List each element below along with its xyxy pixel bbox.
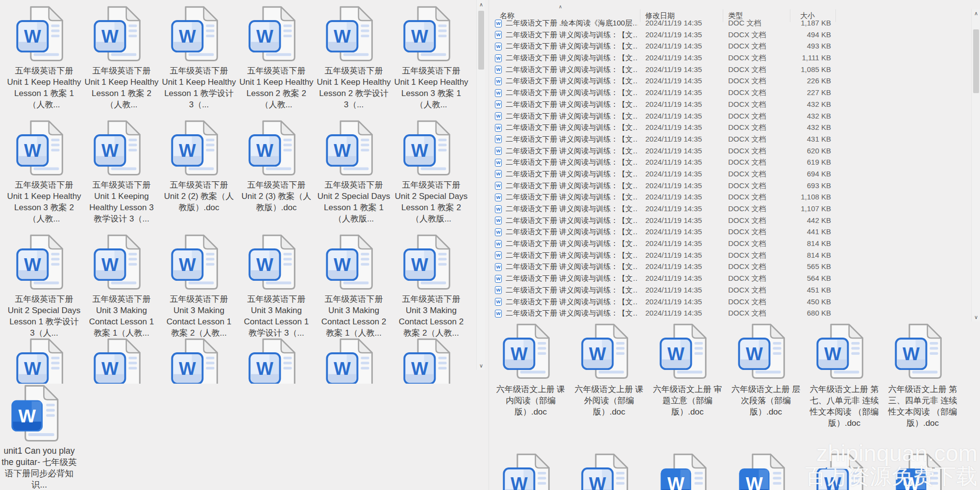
- table-row[interactable]: W 二年级语文下册 讲义阅读与训练：【文… 2024/11/19 14:35 D…: [490, 146, 970, 157]
- file-item[interactable]: W: [5, 338, 83, 384]
- file-item[interactable]: W 五年级英语下册 Unit 1 Keep Healthy Lesson 1 教…: [83, 6, 160, 120]
- file-item[interactable]: W 五年级英语下册 Unit 2 Special Days Lesson 1 教…: [392, 120, 470, 234]
- file-item[interactable]: W 五年级英语下册 Unit 1 Keep Healthy Lesson 3 教…: [392, 6, 470, 120]
- table-row[interactable]: W 二年级语文下册 讲义阅读与训练：【文… 2024/11/19 14:35 D…: [490, 29, 970, 41]
- file-item[interactable]: W: [238, 338, 315, 384]
- table-row[interactable]: W 二年级语文下册 讲义阅读与训练：【文… 2024/11/19 14:35 D…: [490, 215, 970, 227]
- file-item[interactable]: W 五年级英语下册 Unit 1 Keep Healthy Lesson 2 教…: [238, 6, 315, 120]
- file-item[interactable]: W 五年级英语下册 Unit 1 Keep Healthy Lesson 2 教…: [315, 6, 392, 120]
- file-item[interactable]: W: [727, 453, 805, 490]
- svg-text:W: W: [902, 474, 919, 490]
- file-name: 二年级语文下册 讲义阅读与训练：【文…: [506, 100, 638, 109]
- file-item[interactable]: W 六年级语文上册 课外阅读（部编 版）.doc: [570, 323, 648, 429]
- table-row[interactable]: W 二年级语文下册 讲义阅读与训练：【文… 2024/11/19 14:35 D…: [490, 111, 970, 122]
- table-row[interactable]: W 二年级语文下册 讲义阅读与训练：【文… 2024/11/19 14:35 D…: [490, 122, 970, 134]
- scrollbar-thumb[interactable]: [973, 29, 979, 93]
- file-name-label: 六年级语文上册 第三、四单元非 连续性文本阅读 （部编版）.doc: [885, 384, 960, 429]
- file-item[interactable]: W: [83, 338, 160, 384]
- table-row[interactable]: W 二年级语文下册 讲义阅读与训练：【文… 2024/11/19 14:35 D…: [490, 238, 970, 250]
- table-row[interactable]: W 二年级语文下册 讲义阅读与训练：【文… 2024/11/19 14:35 D…: [490, 41, 970, 52]
- scroll-up-icon[interactable]: ∧: [972, 9, 980, 18]
- file-item[interactable]: W 六年级语文上册 层次段落（部编 版）.doc: [727, 323, 805, 429]
- right-pane-scrollbar[interactable]: ∧ ∨: [971, 9, 980, 321]
- file-item[interactable]: W 五年级英语下册 Unit 1 Keep Healthy Lesson 1 教…: [5, 6, 83, 120]
- file-item[interactable]: W: [570, 453, 648, 490]
- table-row[interactable]: W 二年级语文下册 讲义阅读与训练：【文… 2024/11/19 14:35 D…: [490, 75, 970, 87]
- file-item[interactable]: W 五年级英语下册 Unit 2 (3) 教案（人教版）.doc: [238, 120, 315, 234]
- word-doc-icon: W: [171, 120, 227, 176]
- file-name: 二年级语文下册 讲义阅读与训练：【文…: [506, 193, 638, 202]
- file-name-label: 五年级英语下册 Unit 1 Keep Healthy Lesson 3 教案 …: [7, 179, 81, 224]
- file-size: 432 KB: [764, 123, 831, 131]
- file-item[interactable]: W: [648, 453, 727, 490]
- word-doc-icon: W: [248, 234, 305, 291]
- table-row[interactable]: W 二年级语文下册 讲义阅读与训练：【文… 2024/11/19 14:35 D…: [490, 87, 970, 99]
- table-row[interactable]: W 二年级语文下册 讲义阅读与训练：【文… 2024/11/19 14:35 D…: [490, 64, 970, 76]
- file-item[interactable]: W: [392, 338, 470, 384]
- file-item[interactable]: W 五年级英语下册 Unit 3 Making Contact Lesson 1…: [83, 234, 160, 348]
- file-item[interactable]: W 五年级英语下册 Unit 1 Keep Healthy Lesson 1 教…: [160, 6, 238, 120]
- file-name: 二年级语文下册 讲义阅读与训练：【文…: [506, 135, 638, 144]
- file-name-label: 五年级英语下册 Unit 1 Keep Healthy Lesson 2 教学设…: [317, 65, 391, 110]
- file-item[interactable]: W: [805, 453, 883, 490]
- table-row[interactable]: W 二年级语文下册 讲义阅读与训练：【文… 2024/11/19 14:35 D…: [490, 250, 970, 262]
- file-item[interactable]: W: [160, 338, 238, 384]
- table-row[interactable]: W 二年级语文下册 讲义阅读与训练：【文… 2024/11/19 14:35 D…: [490, 203, 970, 215]
- file-item[interactable]: W 五年级英语下册 Unit 1 Keep Healthy Lesson 3 教…: [5, 120, 83, 234]
- table-row[interactable]: W 二年级语文下册 讲义阅读与训练：【文… 2024/11/19 14:35 D…: [490, 192, 970, 203]
- table-row[interactable]: W 二年级语文下册 讲义阅读与训练：【文… 2024/11/19 14:35 D…: [490, 261, 970, 273]
- file-item[interactable]: W 五年级英语下册 Unit 2 Special Days Lesson 1 教…: [5, 234, 83, 348]
- file-size: 432 KB: [764, 112, 831, 120]
- file-date-modified: 2024/11/19 14:35: [645, 112, 726, 120]
- file-item[interactable]: W: [315, 338, 392, 384]
- table-row[interactable]: W 二年级语文下册 讲义阅读与训练：【文… 2024/11/19 14:35 D…: [490, 157, 970, 169]
- table-row[interactable]: W 二年级语文下册 讲义阅读与训练：【文… 2024/11/19 14:35 D…: [490, 134, 970, 146]
- file-item[interactable]: W 六年级语文上册 第三、四单元非 连续性文本阅读 （部编版）.doc: [883, 323, 962, 429]
- file-item[interactable]: W 五年级英语下册 Unit 3 Making Contact Lesson 2…: [392, 234, 470, 348]
- table-row[interactable]: W 二年级语文下册 讲义阅读与训练：【文… 2024/11/19 14:35 D…: [490, 99, 970, 111]
- word-file-icon: W: [495, 100, 502, 108]
- word-file-icon: W: [495, 205, 502, 213]
- file-name: 二年级语文下册 讲义阅读与训练：【文…: [506, 112, 638, 121]
- table-row[interactable]: W 二年级语文下册 讲义阅读与训练：【文… 2024/11/19 14:35 D…: [490, 296, 970, 308]
- file-name: 二年级语文下册 讲义阅读与训练：【文…: [506, 251, 638, 260]
- table-row[interactable]: W 二年级语文下册 讲义阅读与训练：【文… 2024/11/19 14:35 D…: [490, 273, 970, 285]
- file-name: 二年级语文下册 讲义阅读与训练：【文…: [506, 262, 638, 271]
- scrollbar-thumb[interactable]: [478, 11, 484, 70]
- scroll-down-icon[interactable]: ∨: [477, 361, 486, 370]
- word-doc-icon: W: [94, 234, 150, 291]
- left-pane-scrollbar[interactable]: ∧ ∨: [476, 0, 485, 370]
- word-file-icon: W: [495, 135, 502, 143]
- file-item[interactable]: W 六年级语文上册 审题立意（部编 版）.doc: [648, 323, 727, 429]
- table-row[interactable]: W 二年级语文下册 讲义阅读与训练：【文… 2024/11/19 14:35 D…: [490, 226, 970, 238]
- scroll-up-icon[interactable]: ∧: [477, 0, 486, 9]
- svg-text:W: W: [411, 141, 428, 161]
- scroll-down-icon[interactable]: ∨: [972, 313, 980, 321]
- table-row[interactable]: W 二年级语文下册 讲义阅读与训练：【文… 2024/11/19 14:35 D…: [490, 180, 970, 192]
- table-row[interactable]: W 二年级语文下册 讲义阅读与训练：【文… 2024/11/19 14:35 D…: [490, 52, 970, 64]
- word-file-icon: W: [495, 251, 502, 259]
- svg-text:W: W: [256, 141, 273, 161]
- table-row[interactable]: W 二年级语文下册 .绘本阅读《海底100层… 2024/11/19 14:35…: [490, 18, 970, 29]
- word-file-icon: W: [495, 170, 502, 178]
- table-row[interactable]: W 二年级语文下册 讲义阅读与训练：【文… 2024/11/19 14:35 D…: [490, 308, 970, 319]
- table-row[interactable]: W 二年级语文下册 讲义阅读与训练：【文… 2024/11/19 14:35 D…: [490, 169, 970, 180]
- word-file-icon: W: [495, 147, 502, 155]
- file-item[interactable]: W 六年级语文上册 课内阅读（部编 版）.doc: [491, 323, 570, 429]
- file-name: 二年级语文下册 .绘本阅读《海底100层…: [506, 19, 638, 28]
- file-item[interactable]: W 五年级英语下册 Unit 2 Special Days Lesson 1 教…: [315, 120, 392, 234]
- word-doc-icon: W: [326, 6, 382, 62]
- file-item[interactable]: W 五年级英语下册 Unit 3 Making Contact Lesson 1…: [238, 234, 315, 348]
- file-item[interactable]: W unit1 Can you play the guitar- 七年级英语下册…: [0, 385, 78, 490]
- table-row[interactable]: W 二年级语文下册 讲义阅读与训练：【文… 2024/11/19 14:35 D…: [490, 285, 970, 296]
- file-item[interactable]: W 五年级英语下册 Unit 3 Making Contact Lesson 1…: [160, 234, 238, 348]
- file-item[interactable]: W 五年级英语下册 Unit 2 (2) 教案（人教版）.doc: [160, 120, 238, 234]
- file-name-label: 五年级英语下册 Unit 1 Keep Healthy Lesson 2 教案 …: [239, 65, 314, 110]
- svg-text:W: W: [411, 255, 428, 275]
- file-item[interactable]: W 六年级语文上册 第七、八单元非 连续性文本阅读 （部编版）.doc: [805, 323, 883, 429]
- file-item[interactable]: W: [491, 453, 570, 490]
- file-item[interactable]: W 五年级英语下册 Unit 1 Keeping Healthy Lesson …: [83, 120, 160, 234]
- file-item[interactable]: W 五年级英语下册 Unit 3 Making Contact Lesson 2…: [315, 234, 392, 348]
- file-item[interactable]: W: [883, 453, 962, 490]
- file-size: 493 KB: [764, 42, 831, 50]
